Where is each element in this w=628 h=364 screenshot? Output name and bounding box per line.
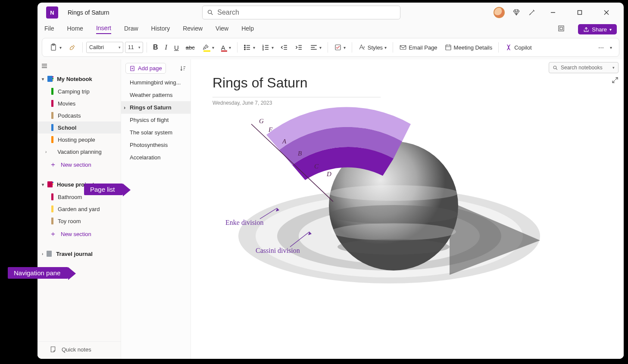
sidebar-section[interactable]: School <box>37 121 121 134</box>
quick-notes-button[interactable]: Quick notes <box>37 341 121 359</box>
quick-notes-label: Quick notes <box>62 346 91 353</box>
enke-division-label: Enke division <box>225 219 263 227</box>
add-page-button[interactable]: Add page <box>125 63 166 74</box>
notebook-travel-journal[interactable]: › Travel journal <box>37 247 121 260</box>
svg-point-10 <box>244 45 245 46</box>
new-section-label: New section <box>61 231 91 237</box>
font-color-button[interactable]: A▾ <box>219 42 234 53</box>
sort-pages-button[interactable] <box>180 65 186 72</box>
tab-draw[interactable]: Draw <box>124 25 138 34</box>
tab-view[interactable]: View <box>216 25 228 34</box>
new-section-label: New section <box>61 162 91 168</box>
format-painter-button[interactable] <box>66 42 79 53</box>
bulleted-list-button[interactable]: ▾ <box>241 42 258 53</box>
more-commands-button[interactable]: ⋯ <box>596 43 606 53</box>
sidebar-section[interactable]: Toy room <box>37 215 121 227</box>
tag-button[interactable]: ▾ <box>331 42 348 53</box>
svg-rect-32 <box>400 46 406 50</box>
font-size-select[interactable]: 11 <box>125 42 143 53</box>
page-item[interactable]: Photosynthesis <box>121 139 191 151</box>
fullscreen-icon[interactable] <box>557 25 565 34</box>
page-item[interactable]: The solar system <box>121 126 191 139</box>
paste-button[interactable]: ▾ <box>47 41 64 53</box>
svg-line-1 <box>211 13 212 15</box>
new-section-button[interactable]: ＋New section <box>37 158 121 172</box>
notebook-my-notebook[interactable]: ▾ My Notebook <box>37 72 121 85</box>
search-input[interactable]: Search <box>202 6 400 19</box>
search-placeholder: Search <box>217 9 239 16</box>
search-notebooks-input[interactable]: Search notebooks <box>549 62 619 73</box>
maximize-button[interactable] <box>570 6 589 19</box>
decrease-indent-button[interactable] <box>278 42 291 53</box>
section-color-bar <box>51 205 53 212</box>
section-color-bar <box>51 112 53 119</box>
share-button[interactable]: Share ▾ <box>578 24 617 34</box>
styles-label: Styles <box>368 44 383 51</box>
app-window: N Rings of Saturn Search File Home Inser… <box>37 3 624 359</box>
cassini-division-label: Cassini division <box>256 247 300 255</box>
copilot-label: Copilot <box>514 44 531 51</box>
minimize-button[interactable] <box>544 6 562 19</box>
bold-button[interactable]: B <box>150 42 161 53</box>
italic-button[interactable]: I <box>162 42 170 53</box>
tab-review[interactable]: Review <box>183 25 203 34</box>
hamburger-icon[interactable] <box>41 62 48 69</box>
share-icon <box>583 27 589 33</box>
tab-help[interactable]: Help <box>241 25 254 34</box>
tab-file[interactable]: File <box>44 25 54 34</box>
section-label: Camping trip <box>58 88 90 95</box>
onenote-app-icon: N <box>46 6 58 19</box>
sidebar-section[interactable]: Camping trip <box>37 85 121 97</box>
notebook-icon <box>46 250 53 258</box>
sparkle-icon[interactable] <box>528 9 536 16</box>
styles-button[interactable]: Styles▾ <box>356 42 389 53</box>
underline-button[interactable]: U <box>172 42 181 53</box>
page-content[interactable]: Search notebooks Rings of Saturn Wednesd… <box>191 59 624 359</box>
callout-page-list: Page list <box>84 184 123 195</box>
svg-point-0 <box>208 10 212 14</box>
avatar[interactable] <box>494 7 505 18</box>
close-button[interactable] <box>597 6 616 19</box>
svg-line-52 <box>556 68 557 70</box>
document-title: Rings of Saturn <box>68 9 109 16</box>
sidebar-section[interactable]: ›Vacation planning <box>37 146 121 158</box>
section-color-bar <box>51 124 53 131</box>
page-item[interactable]: Weather patterns <box>121 89 191 101</box>
increase-indent-button[interactable] <box>293 42 306 53</box>
page-item[interactable]: Physics of flight <box>121 114 191 126</box>
page-title[interactable]: Rings of Saturn <box>212 75 624 91</box>
new-section-button[interactable]: ＋New section <box>37 227 121 241</box>
svg-rect-6 <box>559 26 564 31</box>
section-label: Vacation planning <box>57 149 101 155</box>
svg-point-58 <box>329 185 458 201</box>
ribbon-expand-button[interactable]: ▾ <box>607 44 615 52</box>
ring-label-g: G <box>259 118 264 125</box>
sidebar-section[interactable]: Hosting people <box>37 134 121 146</box>
page-item[interactable]: Hummingbird wing... <box>121 76 191 89</box>
strikethrough-button[interactable]: abc <box>183 43 197 53</box>
sidebar-section[interactable]: Garden and yard <box>37 203 121 215</box>
navigation-pane: ▾ My Notebook Camping tripMoviesPodcasts… <box>37 59 121 359</box>
tab-insert[interactable]: Insert <box>96 25 111 34</box>
expand-page-icon[interactable] <box>612 77 619 85</box>
sidebar-section[interactable]: Movies <box>37 97 121 109</box>
tab-history[interactable]: History <box>151 25 170 34</box>
copilot-button[interactable]: Copilot <box>502 42 534 53</box>
highlight-button[interactable]: ▾ <box>199 42 217 53</box>
page-item[interactable]: Rings of Saturn <box>121 101 191 114</box>
font-family-select[interactable]: Cailbri <box>86 42 123 53</box>
ring-label-a: A <box>282 138 286 145</box>
tab-home[interactable]: Home <box>67 25 83 34</box>
notebook-icon <box>47 180 54 188</box>
svg-point-60 <box>331 223 456 240</box>
email-page-button[interactable]: Email Page <box>397 42 440 53</box>
alignment-button[interactable]: ▾ <box>307 42 324 53</box>
section-label: School <box>58 124 76 131</box>
section-label: Hosting people <box>58 137 95 143</box>
diamond-icon[interactable] <box>512 9 520 16</box>
numbered-list-button[interactable]: 123▾ <box>259 42 276 53</box>
email-label: Email Page <box>409 44 437 51</box>
page-item[interactable]: Accelaration <box>121 151 191 164</box>
sidebar-section[interactable]: Podcasts <box>37 109 121 121</box>
meeting-details-button[interactable]: Meeting Details <box>442 42 495 53</box>
